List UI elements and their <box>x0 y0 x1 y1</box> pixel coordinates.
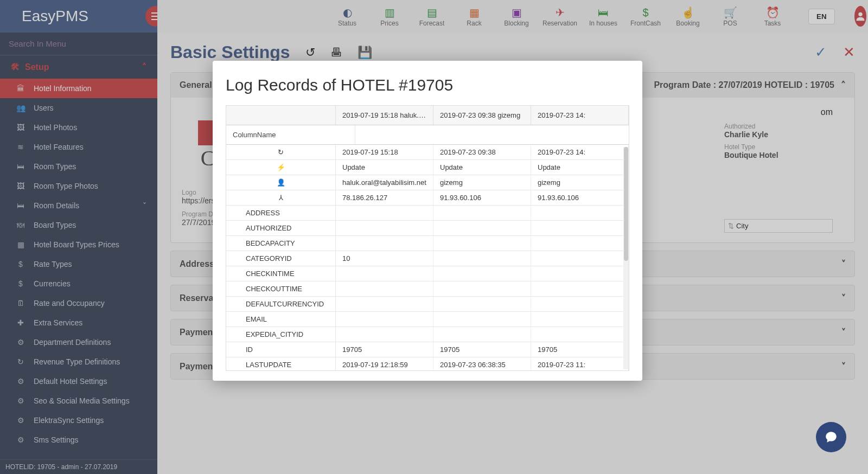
log-row: CATEGORYID10 <box>226 251 629 266</box>
log-row-name: EMAIL <box>226 312 336 326</box>
column-name-label: ColumnName <box>226 125 355 144</box>
log-row: DEFAULTCURRENCYID <box>226 297 629 312</box>
log-row-icon: 👤 <box>226 175 336 190</box>
log-row: BEDCAPACITY <box>226 236 629 251</box>
log-row-icon: ⚡ <box>226 160 336 175</box>
log-row-name: EXPEDIA_CITYID <box>226 327 336 342</box>
log-cell <box>336 312 433 326</box>
log-cell <box>531 327 629 342</box>
log-cell: haluk.oral@talyabilisim.net <box>336 175 433 190</box>
log-table-header-row: 2019-07-19 15:18 haluk.oral@t... 2019-07… <box>226 106 629 125</box>
log-records-modal: Log Records of HOTEL #19705 2019-07-19 1… <box>213 61 642 381</box>
log-cell <box>336 206 433 220</box>
log-cell <box>531 266 629 281</box>
log-col-1: 2019-07-19 15:18 haluk.oral@t... <box>336 106 433 125</box>
log-row: 👤haluk.oral@talyabilisim.netgizemggizemg <box>226 175 629 190</box>
log-cell: 2019-07-19 12:18:59 <box>336 357 433 371</box>
log-cell <box>336 327 433 342</box>
log-cell: 19705 <box>336 342 433 357</box>
log-cell <box>336 221 433 235</box>
log-table-scrollbar[interactable] <box>623 147 629 369</box>
log-cell <box>433 281 531 296</box>
log-cell <box>336 236 433 251</box>
log-col-3: 2019-07-23 14: <box>531 106 629 125</box>
log-cell <box>433 251 531 266</box>
log-cell <box>531 312 629 326</box>
log-cell <box>433 266 531 281</box>
log-cell <box>336 281 433 296</box>
log-row-name: CHECKINTIME <box>226 266 336 281</box>
log-row-icon: ⅄ <box>226 190 336 205</box>
log-cell: Update <box>433 160 531 175</box>
log-cell: 78.186.26.127 <box>336 190 433 205</box>
log-row-icon: ↻ <box>226 145 336 159</box>
log-row: EXPEDIA_CITYID <box>226 327 629 342</box>
modal-title: Log Records of HOTEL #19705 <box>226 76 629 94</box>
log-row-name: BEDCAPACITY <box>226 236 336 251</box>
log-cell: 2019-07-23 09:38 <box>433 145 531 159</box>
log-row: AUTHORIZED <box>226 221 629 236</box>
log-cell <box>433 327 531 342</box>
log-row-name: ADDRESS <box>226 206 336 220</box>
log-row: CHECKINTIME <box>226 266 629 281</box>
log-table: 2019-07-19 15:18 haluk.oral@t... 2019-07… <box>226 105 629 371</box>
log-cell: 2019-07-23 06:38:35 <box>433 357 531 371</box>
log-row: CHECKOUTTIME <box>226 281 629 297</box>
log-cell <box>336 266 433 281</box>
log-cell: Update <box>531 160 629 175</box>
log-row-name: ID <box>226 342 336 357</box>
log-row: EMAIL <box>226 312 629 327</box>
log-cell <box>433 312 531 326</box>
log-row-name: CATEGORYID <box>226 251 336 266</box>
log-cell: 10 <box>336 251 433 266</box>
chat-fab[interactable] <box>816 422 846 452</box>
log-cell <box>433 221 531 235</box>
log-cell: 91.93.60.106 <box>531 190 629 205</box>
log-cell <box>531 236 629 251</box>
log-row-name: LASTUPDATE <box>226 357 336 371</box>
log-cell: gizemg <box>433 175 531 190</box>
log-cell: gizemg <box>531 175 629 190</box>
log-cell <box>531 206 629 220</box>
log-row: ⚡UpdateUpdateUpdate <box>226 160 629 175</box>
log-row: ⅄78.186.26.12791.93.60.10691.93.60.106 <box>226 190 629 206</box>
log-cell: Update <box>336 160 433 175</box>
log-cell: 2019-07-19 15:18 <box>336 145 433 159</box>
log-cell: 2019-07-23 14: <box>531 145 629 159</box>
log-cell: 2019-07-23 11: <box>531 357 629 371</box>
log-col-2: 2019-07-23 09:38 gizemg <box>433 106 531 125</box>
log-cell <box>433 236 531 251</box>
log-row: ID197051970519705 <box>226 342 629 357</box>
log-row-name: CHECKOUTTIME <box>226 281 336 296</box>
log-row: ADDRESS <box>226 206 629 221</box>
log-cell <box>433 297 531 311</box>
log-cell <box>531 281 629 296</box>
log-cell <box>433 206 531 220</box>
log-row-name: AUTHORIZED <box>226 221 336 235</box>
log-row: ↻2019-07-19 15:182019-07-23 09:382019-07… <box>226 145 629 160</box>
log-cell: 19705 <box>531 342 629 357</box>
log-cell: 19705 <box>433 342 531 357</box>
log-table-columnname-row: ColumnName <box>226 125 629 145</box>
log-cell <box>336 297 433 311</box>
log-cell <box>531 251 629 266</box>
log-cell: 91.93.60.106 <box>433 190 531 205</box>
log-cell <box>531 221 629 235</box>
log-row-name: DEFAULTCURRENCYID <box>226 297 336 311</box>
log-cell <box>531 297 629 311</box>
log-row: LASTUPDATE2019-07-19 12:18:592019-07-23 … <box>226 357 629 371</box>
